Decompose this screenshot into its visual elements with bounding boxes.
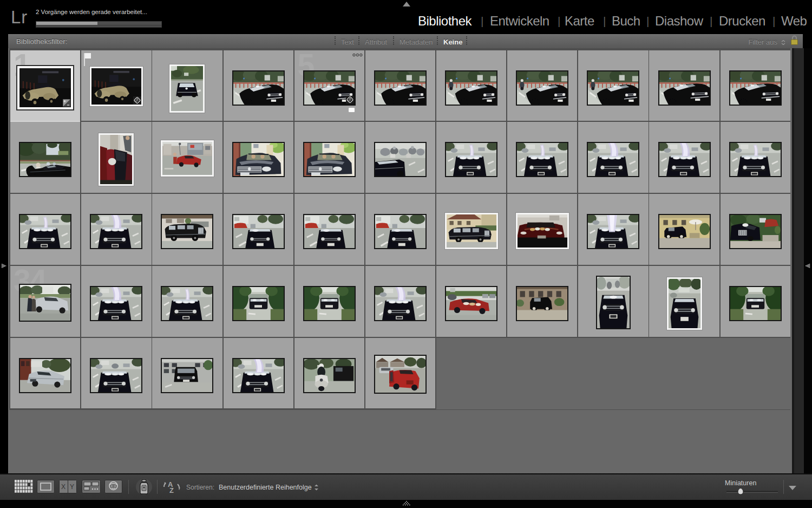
svg-text:Y: Y [70,483,74,491]
svg-text:X: X [61,483,66,491]
svg-text:Z: Z [169,486,174,494]
